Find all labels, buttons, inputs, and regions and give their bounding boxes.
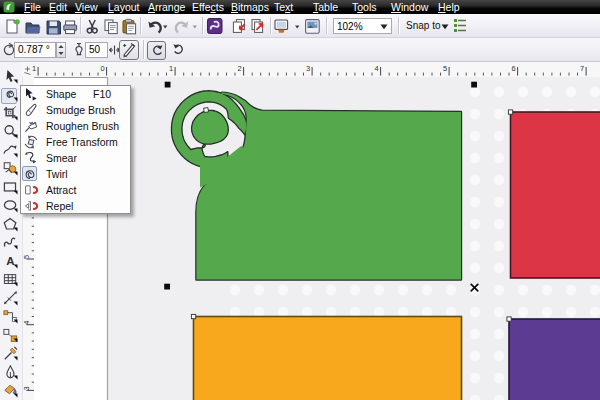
svg-text:4: 4 bbox=[23, 321, 31, 325]
svg-text:4: 4 bbox=[374, 64, 378, 73]
svg-text:3: 3 bbox=[306, 64, 310, 73]
svg-text:0: 0 bbox=[100, 64, 104, 73]
svg-text:5: 5 bbox=[23, 255, 31, 259]
svg-text:2: 2 bbox=[237, 64, 241, 73]
svg-text:7: 7 bbox=[580, 64, 584, 73]
svg-text:1: 1 bbox=[169, 64, 173, 73]
svg-text:1: 1 bbox=[32, 64, 36, 73]
svg-text:6: 6 bbox=[511, 64, 515, 73]
svg-text:A: A bbox=[6, 255, 14, 267]
svg-text:3: 3 bbox=[23, 386, 31, 390]
svg-text:5: 5 bbox=[443, 64, 447, 73]
